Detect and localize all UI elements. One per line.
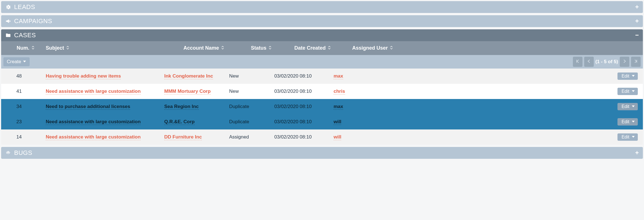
table-row[interactable]: 48Having trouble adding new itemsInk Con… — [1, 69, 643, 84]
cell-num: 23 — [4, 118, 43, 126]
cell-actions: Edit — [393, 87, 640, 96]
pager-prev-button[interactable] — [584, 57, 594, 67]
account-link[interactable]: MMM Mortuary Corp — [164, 89, 211, 94]
prev-icon — [587, 59, 591, 65]
column-header-actions — [393, 44, 640, 52]
account-link[interactable]: Q.R.&E. Corp — [164, 119, 195, 125]
cell-account: DD Furniture Inc — [162, 133, 227, 141]
pager-first-button[interactable] — [573, 57, 582, 67]
cell-user: max — [331, 103, 393, 111]
table-row[interactable]: 34Need to purchase additional licensesSe… — [1, 99, 643, 114]
cell-date: 03/02/2020 08:10 — [272, 72, 331, 80]
cell-num: 14 — [4, 133, 43, 141]
column-header-subject[interactable]: Subject — [43, 44, 162, 52]
subject-link[interactable]: Need to purchase additional licenses — [46, 104, 130, 110]
edit-button[interactable]: Edit — [617, 88, 638, 95]
pager-next-button[interactable] — [620, 57, 629, 67]
button-label: Create — [7, 59, 21, 65]
chevron-down-icon — [632, 74, 635, 79]
panel-title: CAMPAIGNS — [14, 17, 52, 25]
create-button[interactable]: Create — [3, 57, 30, 66]
edit-button[interactable]: Edit — [617, 103, 638, 110]
cell-user: will — [331, 118, 393, 126]
cell-actions: Edit — [393, 132, 640, 142]
column-label: Assigned User — [352, 45, 388, 51]
column-header-user[interactable]: Assigned User — [331, 44, 393, 52]
cell-status: Assigned — [227, 133, 272, 141]
megaphone-icon — [5, 18, 11, 24]
cell-actions: Edit — [393, 71, 640, 81]
chevron-down-icon — [23, 59, 26, 65]
subject-link[interactable]: Need assistance with large customization — [46, 119, 141, 125]
column-label: Date Created — [294, 45, 326, 51]
last-icon — [634, 59, 638, 65]
cases-rows: 48Having trouble adding new itemsInk Con… — [1, 69, 643, 145]
cell-num: 41 — [4, 87, 43, 95]
column-header-status[interactable]: Status — [227, 44, 272, 52]
button-label: Edit — [621, 104, 629, 109]
column-header-account[interactable]: Account Name — [162, 44, 227, 52]
cell-user: will — [331, 133, 393, 141]
panel-header-bugs[interactable]: BUGS + — [1, 147, 643, 159]
column-header-num[interactable]: Num. — [4, 44, 43, 52]
panel-title: BUGS — [14, 149, 32, 157]
cell-status: New — [227, 72, 272, 80]
pager-range: (1 - 5 of 5) — [595, 59, 618, 65]
column-label: Status — [251, 45, 266, 51]
edit-button[interactable]: Edit — [617, 133, 638, 141]
panel-leads: LEADS + — [1, 1, 643, 13]
account-link[interactable]: Sea Region Inc — [164, 104, 199, 110]
bug-icon — [5, 150, 11, 156]
panel-header-cases[interactable]: CASES − — [1, 29, 643, 41]
panel-cases: CASES − Num. Subject Account Name Status… — [1, 29, 643, 145]
user-link[interactable]: max — [334, 104, 343, 110]
cell-date: 03/02/2020 08:10 — [272, 103, 331, 111]
cell-subject: Having trouble adding new items — [43, 72, 162, 80]
table-row[interactable]: 23Need assistance with large customizati… — [1, 114, 643, 129]
subject-link[interactable]: Having trouble adding new items — [46, 73, 121, 79]
user-link[interactable]: chris — [334, 89, 345, 94]
button-label: Edit — [621, 89, 629, 94]
cell-actions: Edit — [393, 117, 640, 127]
cases-column-header: Num. Subject Account Name Status Date Cr… — [1, 41, 643, 55]
account-link[interactable]: DD Furniture Inc — [164, 134, 202, 140]
user-link[interactable]: will — [334, 119, 341, 125]
button-label: Edit — [621, 119, 629, 124]
cell-num: 34 — [4, 103, 43, 111]
user-link[interactable]: will — [334, 134, 341, 140]
panel-campaigns: CAMPAIGNS + — [1, 15, 643, 27]
subject-link[interactable]: Need assistance with large customization — [46, 89, 141, 94]
account-link[interactable]: Ink Conglomerate Inc — [164, 73, 213, 79]
column-label: Subject — [46, 45, 64, 51]
panel-bugs: BUGS + — [1, 147, 643, 159]
pager-last-button[interactable] — [631, 57, 641, 67]
table-row[interactable]: 41Need assistance with large customizati… — [1, 84, 643, 99]
minus-icon: − — [635, 32, 639, 38]
edit-button[interactable]: Edit — [617, 118, 638, 126]
edit-button[interactable]: Edit — [617, 72, 638, 80]
cell-status: New — [227, 87, 272, 95]
column-label: Num. — [17, 45, 29, 51]
subject-link[interactable]: Need assistance with large customization — [46, 134, 141, 140]
cell-status: Duplicate — [227, 103, 272, 111]
button-label: Edit — [621, 74, 629, 79]
gear-icon — [5, 4, 11, 10]
cell-account: Sea Region Inc — [162, 103, 227, 111]
cell-subject: Need assistance with large customization — [43, 87, 162, 95]
pager: (1 - 5 of 5) — [573, 57, 641, 67]
next-icon — [623, 59, 627, 65]
table-row[interactable]: 14Need assistance with large customizati… — [1, 129, 643, 145]
user-link[interactable]: max — [334, 73, 343, 79]
panel-header-leads[interactable]: LEADS + — [1, 1, 643, 13]
panel-header-campaigns[interactable]: CAMPAIGNS + — [1, 15, 643, 27]
column-header-date[interactable]: Date Created — [272, 44, 331, 52]
sort-icon — [221, 45, 225, 51]
cell-user: chris — [331, 87, 393, 95]
cell-account: Ink Conglomerate Inc — [162, 72, 227, 80]
cell-account: Q.R.&E. Corp — [162, 118, 227, 126]
sort-icon — [268, 45, 272, 51]
cell-num: 48 — [4, 72, 43, 80]
cell-user: max — [331, 72, 393, 80]
plus-icon: + — [635, 18, 639, 24]
cell-subject: Need to purchase additional licenses — [43, 103, 162, 111]
